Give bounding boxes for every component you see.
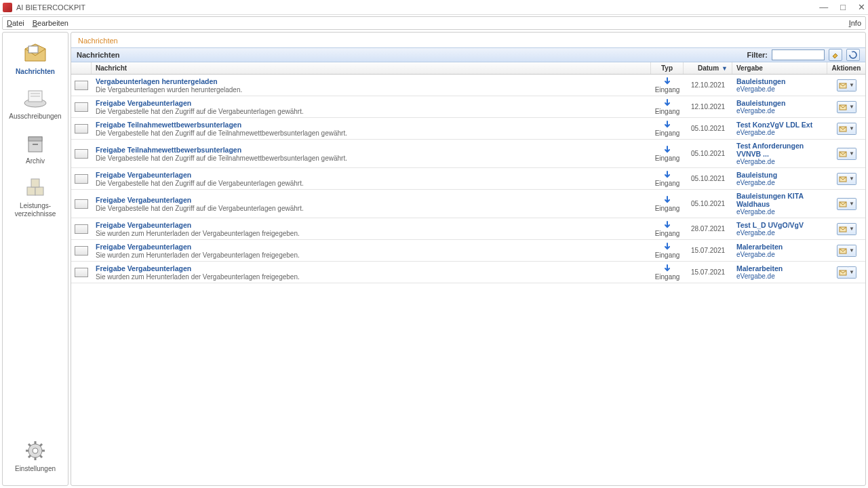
menu-edit[interactable]: Bearbeiten (33, 19, 68, 27)
svg-rect-8 (27, 187, 35, 195)
panel-header: Nachrichten Filter: (71, 47, 865, 62)
message-subtitle: Die Vergabeunterlagen wurden heruntergel… (96, 86, 647, 94)
chevron-down-icon: ▼ (849, 104, 854, 110)
message-status-icon (71, 96, 92, 117)
tender-platform: eVergabe.de (736, 179, 823, 186)
sidebar-item-label: Archiv (26, 157, 45, 165)
sidebar-item-archiv[interactable]: Archiv (3, 127, 68, 172)
message-subtitle: Die Vergabestelle hat den Zugriff auf di… (96, 129, 647, 137)
open-message-button[interactable] (837, 148, 849, 160)
message-title: Freigabe Teilnahmewettbewerbsunterlagen (96, 146, 647, 154)
open-message-button[interactable] (837, 173, 849, 185)
open-message-button[interactable] (837, 123, 849, 135)
message-title: Freigabe Vergabeunterlagen (96, 196, 647, 204)
message-subtitle: Sie wurden zum Herunterladen der Vergabe… (96, 251, 647, 259)
tender-title: Bauleistungen (736, 77, 823, 85)
envelope-icon (75, 124, 88, 134)
table-row[interactable]: Vergabeunterlagen heruntergeladen Die Ve… (71, 75, 865, 96)
open-envelope-icon (839, 225, 847, 233)
eraser-icon (831, 51, 840, 59)
action-dropdown-button[interactable]: ▼ (848, 79, 856, 92)
open-envelope-icon (839, 247, 847, 255)
open-message-button[interactable] (837, 198, 849, 210)
tender-title: Test KonzVgV LDL Ext (736, 121, 823, 129)
tender-platform: eVergabe.de (736, 158, 823, 165)
table-row[interactable]: Freigabe Vergabeunterlagen Sie wurden zu… (71, 218, 865, 240)
open-envelope-icon (839, 103, 847, 111)
type-label: Eingang (655, 86, 680, 94)
refresh-icon (849, 51, 857, 59)
tender-title: Test Anforderungen VVNVB ... (736, 142, 823, 158)
refresh-button[interactable] (846, 49, 860, 61)
open-message-button[interactable] (837, 245, 849, 257)
action-dropdown-button[interactable]: ▼ (848, 148, 856, 160)
column-header-tender[interactable]: Vergabe (732, 62, 827, 74)
sidebar-item-leistungsverzeichnisse[interactable]: Leistungs- verzeichnisse (3, 172, 68, 225)
column-header-date[interactable]: Datum▼ (684, 62, 732, 74)
tender-title: Bauleistungen KITA Waldhaus (736, 192, 823, 208)
menu-file[interactable]: Datei (7, 19, 24, 27)
open-message-button[interactable] (837, 266, 849, 279)
filter-input[interactable] (772, 49, 825, 60)
action-dropdown-button[interactable]: ▼ (848, 266, 856, 279)
message-subtitle: Die Vergabestelle hat den Zugriff auf di… (96, 155, 647, 162)
chevron-down-icon: ▼ (849, 247, 854, 253)
table-row[interactable]: Freigabe Vergabeunterlagen Die Vergabest… (71, 190, 865, 218)
close-button[interactable]: ✕ (858, 3, 865, 12)
table-row[interactable]: Freigabe Vergabeunterlagen Die Vergabest… (71, 168, 865, 190)
app-icon (3, 3, 12, 12)
sidebar-item-nachrichten[interactable]: Nachrichten (3, 38, 68, 83)
tender-platform: eVergabe.de (736, 129, 823, 136)
minimize-button[interactable]: — (819, 3, 828, 12)
type-label: Eingang (655, 273, 680, 281)
type-label: Eingang (655, 205, 680, 212)
action-dropdown-button[interactable]: ▼ (848, 223, 856, 235)
tender-platform: eVergabe.de (736, 107, 823, 115)
menu-info[interactable]: Info (849, 19, 861, 27)
sidebar-item-einstellungen[interactable]: Einstellungen (3, 435, 68, 480)
table-row[interactable]: Freigabe Teilnahmewettbewerbsunterlagen … (71, 118, 865, 140)
tender-title: Malerarbeiten (736, 264, 823, 272)
tender-platform: eVergabe.de (736, 229, 823, 237)
open-message-button[interactable] (837, 101, 849, 113)
column-header-icon[interactable] (71, 62, 92, 74)
column-header-type[interactable]: Typ (651, 62, 684, 74)
action-dropdown-button[interactable]: ▼ (848, 198, 856, 210)
filter-label: Filter: (747, 51, 768, 59)
table-row[interactable]: Freigabe Vergabeunterlagen Sie wurden zu… (71, 240, 865, 262)
message-subtitle: Sie wurden zum Herunterladen der Vergabe… (96, 230, 647, 237)
message-date: 05.10.2021 (684, 118, 732, 139)
message-subtitle: Sie wurden zum Herunterladen der Vergabe… (96, 273, 647, 281)
panel-title: Nachrichten (77, 51, 120, 59)
sidebar-item-ausschreibungen[interactable]: Ausschreibungen (3, 83, 68, 127)
message-title: Freigabe Teilnahmewettbewerbsunterlagen (96, 121, 647, 129)
action-dropdown-button[interactable]: ▼ (848, 173, 856, 185)
chevron-down-icon: ▼ (849, 201, 854, 207)
tender-title: Malerarbeiten (736, 243, 823, 251)
envelope-icon (75, 81, 88, 90)
incoming-arrow-icon (663, 196, 671, 204)
svg-rect-6 (28, 137, 42, 141)
table-row[interactable]: Freigabe Vergabeunterlagen Sie wurden zu… (71, 262, 865, 283)
message-status-icon (71, 168, 92, 189)
menubar: Datei Bearbeiten Info (2, 16, 866, 30)
open-message-button[interactable] (837, 79, 849, 92)
open-message-button[interactable] (837, 223, 849, 235)
action-dropdown-button[interactable]: ▼ (848, 245, 856, 257)
column-header-message[interactable]: Nachricht (92, 62, 651, 74)
clear-filter-button[interactable] (829, 49, 842, 61)
table-row[interactable]: Freigabe Vergabeunterlagen Die Vergabest… (71, 96, 865, 118)
envelope-icon (75, 268, 88, 277)
incoming-arrow-icon (663, 264, 671, 272)
chevron-down-icon: ▼ (849, 82, 854, 88)
envelope-icon (75, 149, 88, 159)
type-label: Eingang (655, 180, 680, 187)
action-dropdown-button[interactable]: ▼ (848, 101, 856, 113)
tender-platform: eVergabe.de (736, 85, 823, 93)
action-dropdown-button[interactable]: ▼ (848, 123, 856, 135)
maximize-button[interactable]: □ (840, 3, 846, 12)
open-envelope-icon (839, 175, 847, 183)
titlebar: AI BIETERCOCKPIT — □ ✕ (0, 0, 868, 15)
svg-rect-10 (31, 179, 39, 187)
table-row[interactable]: Freigabe Teilnahmewettbewerbsunterlagen … (71, 140, 865, 168)
